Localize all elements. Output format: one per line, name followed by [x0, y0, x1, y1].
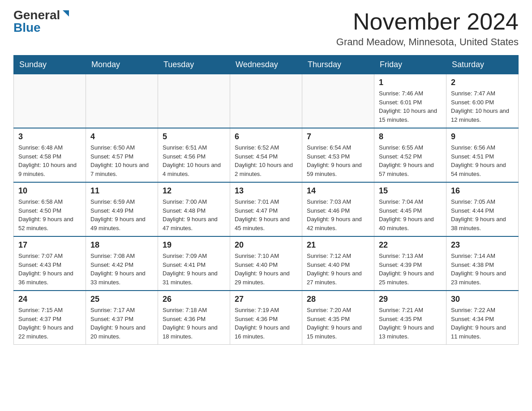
day-number: 20 — [235, 240, 297, 250]
calendar-cell — [86, 74, 158, 128]
day-info: Sunrise: 7:03 AMSunset: 4:46 PMDaylight:… — [307, 197, 369, 232]
day-info: Sunrise: 6:56 AMSunset: 4:51 PMDaylight:… — [451, 143, 514, 178]
day-info: Sunrise: 7:17 AMSunset: 4:37 PMDaylight:… — [90, 306, 153, 341]
day-number: 24 — [18, 295, 81, 304]
day-number: 27 — [235, 295, 297, 304]
day-number: 30 — [451, 295, 514, 304]
day-info: Sunrise: 7:47 AMSunset: 6:00 PMDaylight:… — [451, 89, 514, 124]
day-info: Sunrise: 7:07 AMSunset: 4:43 PMDaylight:… — [18, 252, 81, 287]
calendar-cell — [158, 74, 230, 128]
calendar-cell: 7Sunrise: 6:54 AMSunset: 4:53 PMDaylight… — [302, 128, 374, 182]
calendar-cell: 14Sunrise: 7:03 AMSunset: 4:46 PMDayligh… — [302, 182, 374, 236]
calendar-cell: 18Sunrise: 7:08 AMSunset: 4:42 PMDayligh… — [86, 236, 158, 291]
day-info: Sunrise: 6:52 AMSunset: 4:54 PMDaylight:… — [235, 143, 297, 178]
day-info: Sunrise: 6:59 AMSunset: 4:49 PMDaylight:… — [90, 197, 153, 232]
calendar-cell: 9Sunrise: 6:56 AMSunset: 4:51 PMDaylight… — [446, 128, 519, 182]
day-info: Sunrise: 6:55 AMSunset: 4:52 PMDaylight:… — [379, 143, 442, 178]
calendar-cell: 20Sunrise: 7:10 AMSunset: 4:40 PMDayligh… — [230, 236, 302, 291]
day-info: Sunrise: 7:20 AMSunset: 4:35 PMDaylight:… — [307, 306, 369, 341]
calendar-cell: 24Sunrise: 7:15 AMSunset: 4:37 PMDayligh… — [14, 291, 86, 345]
calendar-cell: 23Sunrise: 7:14 AMSunset: 4:38 PMDayligh… — [446, 236, 519, 291]
calendar-cell — [302, 74, 374, 128]
day-info: Sunrise: 6:51 AMSunset: 4:56 PMDaylight:… — [163, 143, 225, 178]
month-title: November 2024 — [336, 9, 519, 34]
day-number: 2 — [451, 78, 514, 87]
day-number: 18 — [90, 240, 153, 250]
week-row-5: 24Sunrise: 7:15 AMSunset: 4:37 PMDayligh… — [14, 291, 519, 345]
day-info: Sunrise: 7:08 AMSunset: 4:42 PMDaylight:… — [90, 252, 153, 287]
week-row-2: 3Sunrise: 6:48 AMSunset: 4:58 PMDaylight… — [14, 128, 519, 182]
calendar-cell: 29Sunrise: 7:21 AMSunset: 4:35 PMDayligh… — [374, 291, 446, 345]
calendar-cell: 8Sunrise: 6:55 AMSunset: 4:52 PMDaylight… — [374, 128, 446, 182]
svg-marker-0 — [63, 10, 69, 17]
day-info: Sunrise: 6:54 AMSunset: 4:53 PMDaylight:… — [307, 143, 369, 178]
day-number: 16 — [451, 186, 514, 196]
calendar-cell: 10Sunrise: 6:58 AMSunset: 4:50 PMDayligh… — [14, 182, 86, 236]
day-info: Sunrise: 7:18 AMSunset: 4:36 PMDaylight:… — [163, 306, 225, 341]
calendar-cell: 19Sunrise: 7:09 AMSunset: 4:41 PMDayligh… — [158, 236, 230, 291]
column-header-friday: Friday — [374, 56, 446, 74]
day-number: 4 — [90, 132, 153, 141]
day-number: 22 — [379, 240, 442, 250]
logo-blue-text: Blue — [13, 21, 41, 34]
day-number: 3 — [18, 132, 81, 141]
day-info: Sunrise: 7:14 AMSunset: 4:38 PMDaylight:… — [451, 252, 514, 287]
day-info: Sunrise: 7:12 AMSunset: 4:40 PMDaylight:… — [307, 252, 369, 287]
calendar-cell: 22Sunrise: 7:13 AMSunset: 4:39 PMDayligh… — [374, 236, 446, 291]
day-headers-row: SundayMondayTuesdayWednesdayThursdayFrid… — [14, 56, 519, 74]
day-info: Sunrise: 7:04 AMSunset: 4:45 PMDaylight:… — [379, 197, 442, 232]
day-number: 12 — [163, 186, 225, 196]
day-info: Sunrise: 7:22 AMSunset: 4:34 PMDaylight:… — [451, 306, 514, 341]
location-title: Grand Meadow, Minnesota, United States — [336, 36, 519, 48]
calendar-cell: 17Sunrise: 7:07 AMSunset: 4:43 PMDayligh… — [14, 236, 86, 291]
calendar-cell: 30Sunrise: 7:22 AMSunset: 4:34 PMDayligh… — [446, 291, 519, 345]
week-row-1: 1Sunrise: 7:46 AMSunset: 6:01 PMDaylight… — [14, 74, 519, 128]
header: General Blue November 2024 Grand Meadow,… — [13, 9, 519, 48]
day-info: Sunrise: 7:15 AMSunset: 4:37 PMDaylight:… — [18, 306, 81, 341]
calendar-cell: 26Sunrise: 7:18 AMSunset: 4:36 PMDayligh… — [158, 291, 230, 345]
day-info: Sunrise: 7:46 AMSunset: 6:01 PMDaylight:… — [379, 89, 442, 124]
day-info: Sunrise: 6:48 AMSunset: 4:58 PMDaylight:… — [18, 143, 81, 178]
calendar-cell: 21Sunrise: 7:12 AMSunset: 4:40 PMDayligh… — [302, 236, 374, 291]
calendar-cell: 11Sunrise: 6:59 AMSunset: 4:49 PMDayligh… — [86, 182, 158, 236]
column-header-sunday: Sunday — [14, 56, 86, 74]
day-number: 7 — [307, 132, 369, 141]
column-header-thursday: Thursday — [302, 56, 374, 74]
calendar-cell — [230, 74, 302, 128]
day-number: 9 — [451, 132, 514, 141]
day-info: Sunrise: 7:00 AMSunset: 4:48 PMDaylight:… — [163, 197, 225, 232]
calendar-cell — [14, 74, 86, 128]
logo-general-text: General — [13, 9, 60, 21]
day-number: 19 — [163, 240, 225, 250]
day-info: Sunrise: 7:19 AMSunset: 4:36 PMDaylight:… — [235, 306, 297, 341]
column-header-saturday: Saturday — [446, 56, 519, 74]
column-header-wednesday: Wednesday — [230, 56, 302, 74]
day-info: Sunrise: 7:21 AMSunset: 4:35 PMDaylight:… — [379, 306, 442, 341]
calendar-cell: 1Sunrise: 7:46 AMSunset: 6:01 PMDaylight… — [374, 74, 446, 128]
day-number: 14 — [307, 186, 369, 196]
logo: General Blue — [13, 9, 71, 34]
day-number: 15 — [379, 186, 442, 196]
calendar-cell: 3Sunrise: 6:48 AMSunset: 4:58 PMDaylight… — [14, 128, 86, 182]
calendar-cell: 15Sunrise: 7:04 AMSunset: 4:45 PMDayligh… — [374, 182, 446, 236]
day-info: Sunrise: 7:01 AMSunset: 4:47 PMDaylight:… — [235, 197, 297, 232]
day-number: 29 — [379, 295, 442, 304]
day-info: Sunrise: 7:09 AMSunset: 4:41 PMDaylight:… — [163, 252, 225, 287]
day-number: 26 — [163, 295, 225, 304]
calendar-table: SundayMondayTuesdayWednesdayThursdayFrid… — [13, 55, 519, 345]
day-info: Sunrise: 7:05 AMSunset: 4:44 PMDaylight:… — [451, 197, 514, 232]
day-info: Sunrise: 7:10 AMSunset: 4:40 PMDaylight:… — [235, 252, 297, 287]
day-number: 11 — [90, 186, 153, 196]
day-info: Sunrise: 6:50 AMSunset: 4:57 PMDaylight:… — [90, 143, 153, 178]
day-number: 28 — [307, 295, 369, 304]
column-header-tuesday: Tuesday — [158, 56, 230, 74]
title-area: November 2024 Grand Meadow, Minnesota, U… — [336, 9, 519, 48]
week-row-3: 10Sunrise: 6:58 AMSunset: 4:50 PMDayligh… — [14, 182, 519, 236]
calendar-cell: 16Sunrise: 7:05 AMSunset: 4:44 PMDayligh… — [446, 182, 519, 236]
calendar-cell: 28Sunrise: 7:20 AMSunset: 4:35 PMDayligh… — [302, 291, 374, 345]
day-number: 25 — [90, 295, 153, 304]
week-row-4: 17Sunrise: 7:07 AMSunset: 4:43 PMDayligh… — [14, 236, 519, 291]
day-number: 5 — [163, 132, 225, 141]
calendar-cell: 6Sunrise: 6:52 AMSunset: 4:54 PMDaylight… — [230, 128, 302, 182]
calendar-cell: 5Sunrise: 6:51 AMSunset: 4:56 PMDaylight… — [158, 128, 230, 182]
